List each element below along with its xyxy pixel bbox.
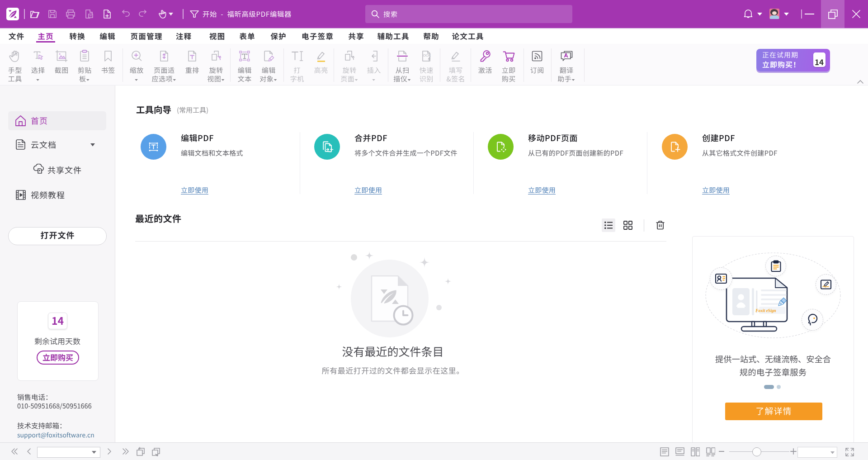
svg-text:Foxit eSign: Foxit eSign	[755, 308, 776, 313]
